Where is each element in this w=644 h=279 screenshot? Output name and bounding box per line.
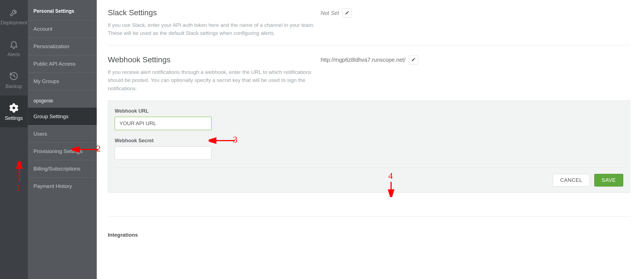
sidemenu-item-public-api[interactable]: Public API Access (28, 55, 97, 73)
webhook-current-url: http://mgp6z8ldhva7.runscope.net/ (321, 57, 405, 63)
rail-item-deployment[interactable]: Deployment (0, 0, 28, 32)
sidemenu-header-personal: Personal Settings (28, 0, 97, 20)
rail-item-alerts[interactable]: Alerts (0, 32, 28, 64)
save-button[interactable]: SAVE (594, 174, 623, 187)
sidemenu-item-billing[interactable]: Billing/Subscriptions (28, 160, 97, 177)
integrations-heading: Integrations (108, 232, 630, 238)
webhook-form-panel: Webhook URL Webhook Secret CANCEL SAVE (108, 100, 630, 193)
webhook-heading: Webhook Settings (108, 55, 321, 64)
slack-edit-button[interactable] (342, 8, 352, 18)
slack-heading: Slack Settings (108, 8, 321, 17)
webhook-url-label: Webhook URL (115, 108, 623, 114)
rail-label-alerts: Alerts (0, 52, 28, 58)
wrench-icon (0, 8, 28, 17)
rail-label-settings: Settings (0, 115, 28, 121)
slack-status: Not Set (321, 10, 339, 16)
sidemenu-item-provisioning[interactable]: Provisioning Settings (28, 143, 97, 160)
history-icon (0, 71, 28, 81)
rail-label-deployment: Deployment (0, 20, 28, 26)
sidemenu-item-users[interactable]: Users (28, 125, 97, 143)
pencil-icon (345, 11, 349, 16)
section-webhook: Webhook Settings If you receive alert no… (108, 45, 630, 201)
webhook-desc: If you receive alert notifications throu… (108, 68, 321, 92)
webhook-secret-input[interactable] (115, 146, 211, 160)
webhook-url-input[interactable] (115, 117, 211, 130)
rail-item-settings[interactable]: Settings (0, 95, 28, 127)
webhook-edit-button[interactable] (409, 55, 418, 65)
slack-desc: If you use Slack, enter your API auth to… (108, 21, 321, 37)
main-content: Slack Settings If you use Slack, enter y… (97, 0, 644, 279)
section-slack: Slack Settings If you use Slack, enter y… (108, 0, 630, 45)
webhook-secret-label: Webhook Secret (115, 138, 623, 144)
rail-label-backup: Backup (0, 84, 28, 89)
sidemenu-item-account[interactable]: Account (28, 20, 97, 38)
side-menu: Personal Settings Account Personalizatio… (28, 0, 97, 279)
rail-item-backup[interactable]: Backup (0, 64, 28, 95)
cancel-button[interactable]: CANCEL (553, 174, 590, 187)
sidemenu-item-group-settings[interactable]: Group Settings (28, 108, 97, 125)
pencil-icon (411, 57, 416, 63)
sidemenu-item-payment-history[interactable]: Payment History (28, 177, 97, 195)
bell-icon (0, 40, 28, 49)
gear-icon (0, 103, 28, 113)
sidemenu-item-personalization[interactable]: Personalization (28, 38, 97, 55)
left-rail: Deployment Alerts Backup (0, 0, 28, 279)
section-integrations: Integrations (108, 216, 630, 238)
sidemenu-group-name: opsgenie (28, 90, 97, 108)
sidemenu-item-my-groups[interactable]: My Groups (28, 73, 97, 90)
